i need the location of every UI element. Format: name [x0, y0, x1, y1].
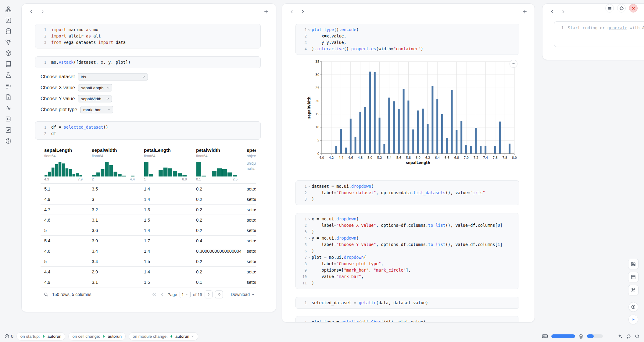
- interrupt-button[interactable]: [628, 302, 638, 312]
- first-page-button[interactable]: [152, 292, 157, 297]
- svg-text:4.8: 4.8: [358, 156, 363, 159]
- fold-icon[interactable]: [307, 235, 312, 241]
- fold-icon[interactable]: [307, 27, 312, 33]
- column-header-sepalWidth[interactable]: sepalWidthfloat6424.4: [88, 148, 140, 181]
- chevron-down-icon: [251, 293, 255, 296]
- table-cell: 1.7: [140, 238, 192, 243]
- table-cell: 3.9: [88, 238, 140, 243]
- table-cell: 4.9: [41, 280, 88, 285]
- svg-text:7.2: 7.2: [474, 156, 478, 159]
- generate-link[interactable]: generate: [607, 25, 627, 30]
- code-cell-selected-dataset[interactable]: 1selected_dataset = getattr(data, datase…: [295, 297, 519, 309]
- left-sidebar: [0, 0, 16, 330]
- autorun-pill[interactable]: on startup:autorun: [16, 332, 66, 340]
- packages-icon[interactable]: [5, 50, 12, 56]
- chevron-right-icon: [40, 9, 45, 14]
- close-icon: [631, 6, 635, 10]
- choose-x-value-select[interactable]: sepalLength: [78, 84, 112, 91]
- ai-sparkle-icon[interactable]: [617, 334, 623, 339]
- dependencies-icon[interactable]: [5, 39, 12, 45]
- restart-kernel-icon[interactable]: [626, 334, 631, 339]
- notebook-menu-button[interactable]: [605, 4, 614, 12]
- column-header-petalWidth[interactable]: petalWidthfloat640.12.5: [192, 148, 243, 181]
- code-cell-vstack[interactable]: 1mo.vstack([dataset, x, y, plot]): [35, 56, 261, 68]
- choose-plot-type-select[interactable]: mark_bar: [80, 106, 113, 113]
- column-header-sepalLength[interactable]: sepalLengthfloat644.37.9: [41, 148, 88, 181]
- expand-panel-button[interactable]: [300, 9, 306, 15]
- keyboard-shortcuts-button[interactable]: [628, 285, 639, 295]
- snippets-icon[interactable]: [5, 127, 12, 133]
- notebook-panel-left: 1import marimo as mo2import altair as al…: [21, 3, 276, 312]
- settings-button[interactable]: [617, 4, 626, 12]
- autorun-pill[interactable]: on cell change:autorun: [68, 332, 126, 340]
- run-button[interactable]: [628, 315, 638, 324]
- collapse-panel-button[interactable]: [289, 9, 295, 15]
- datasources-icon[interactable]: [5, 28, 12, 34]
- table-cell: 4.9: [41, 197, 88, 202]
- panel-header-left: [22, 4, 276, 20]
- fold-icon[interactable]: [307, 216, 312, 222]
- outline-icon[interactable]: [5, 6, 12, 12]
- shutdown-button[interactable]: [629, 4, 638, 12]
- table-cell: 1.3: [140, 207, 192, 212]
- code-cell-imports[interactable]: 1import marimo as mo2import altair as al…: [35, 24, 261, 48]
- empty-code-cell[interactable]: 1 Start coding or generate with AI.: [554, 21, 644, 47]
- keyboard-icon[interactable]: [542, 333, 548, 339]
- code-cell-plot-type[interactable]: 1plot_type = getattr(alt.Chart(df), plot…: [295, 316, 519, 322]
- search-icon[interactable]: [44, 292, 48, 297]
- table-cell: 4.7: [41, 207, 88, 212]
- column-header-petalLength[interactable]: petalLengthfloat6416.9: [140, 148, 192, 181]
- files-icon[interactable]: [5, 94, 12, 100]
- tracing-icon[interactable]: [5, 105, 12, 111]
- code-cell-dataframe[interactable]: 1df = selected_dataset()2df: [35, 121, 261, 140]
- code-cell-xy-dropdowns[interactable]: 1x = mo.ui.dropdown(2 label="Choose X va…: [295, 213, 519, 289]
- chevron-down-icon: [106, 86, 110, 90]
- prev-page-button[interactable]: [159, 292, 165, 297]
- snippets-button[interactable]: [628, 259, 639, 269]
- dropdown-label: Choose dataset: [41, 74, 75, 80]
- logs-icon[interactable]: [5, 83, 12, 89]
- expand-panel-button[interactable]: [560, 9, 566, 15]
- code-cell-plot[interactable]: 1plot_type().encode(2 x=x.value,3 y=y.va…: [295, 24, 519, 55]
- svg-text:4.2: 4.2: [329, 156, 334, 159]
- help-icon[interactable]: [5, 138, 12, 144]
- vega-chart-output[interactable]: 4.04.24.44.64.85.05.25.45.65.86.06.26.46…: [306, 59, 520, 173]
- fold-icon[interactable]: [307, 183, 312, 190]
- console-icon[interactable]: [5, 116, 12, 122]
- bar-chart[interactable]: 4.04.24.44.64.85.05.25.45.65.86.06.26.46…: [306, 59, 520, 171]
- svg-text:7.4: 7.4: [483, 156, 488, 159]
- variables-icon[interactable]: [5, 17, 12, 23]
- collapse-panel-button[interactable]: [28, 9, 34, 15]
- power-icon[interactable]: [635, 334, 640, 339]
- last-page-button[interactable]: [215, 290, 223, 298]
- scratchpad-icon[interactable]: [5, 72, 12, 78]
- circle-x-icon: [4, 334, 9, 339]
- expand-panel-button[interactable]: [39, 9, 45, 15]
- page-select[interactable]: 1: [180, 291, 191, 298]
- add-cell-button[interactable]: [522, 9, 528, 15]
- layout-button[interactable]: [628, 272, 639, 282]
- errors-indicator[interactable]: 0: [4, 334, 13, 339]
- documentation-icon[interactable]: [5, 61, 12, 67]
- table-cell: 1.4: [140, 228, 192, 233]
- next-page-button[interactable]: [205, 290, 213, 298]
- code-cell-dataset-dropdown[interactable]: 1dataset = mo.ui.dropdown(2 label="Choos…: [295, 180, 519, 205]
- table-cell: setosa: [243, 249, 256, 254]
- status-right: [542, 333, 640, 339]
- autorun-pill[interactable]: on module change:autorun: [129, 332, 198, 340]
- table-cell: 1.4: [140, 249, 192, 254]
- svg-text:5.0: 5.0: [367, 156, 372, 159]
- line-number: 1: [557, 25, 564, 44]
- download-button[interactable]: Download: [231, 292, 255, 297]
- play-icon: [631, 317, 635, 322]
- collapse-panel-button[interactable]: [549, 9, 555, 15]
- memory-meter: [587, 334, 603, 338]
- table-body: 5.13.51.40.2setosa4.931.40.2setosa4.73.2…: [41, 184, 256, 287]
- add-cell-button[interactable]: [263, 9, 269, 15]
- table-cell: 3.6: [88, 228, 140, 233]
- choose-dataset-select[interactable]: iris: [78, 73, 148, 80]
- chart-menu-button[interactable]: [510, 60, 517, 68]
- column-header-species[interactable]: speciesobjectuniquenulls:: [243, 148, 256, 181]
- fold-icon[interactable]: [307, 254, 312, 261]
- choose-y-value-select[interactable]: sepalWidth: [78, 95, 112, 102]
